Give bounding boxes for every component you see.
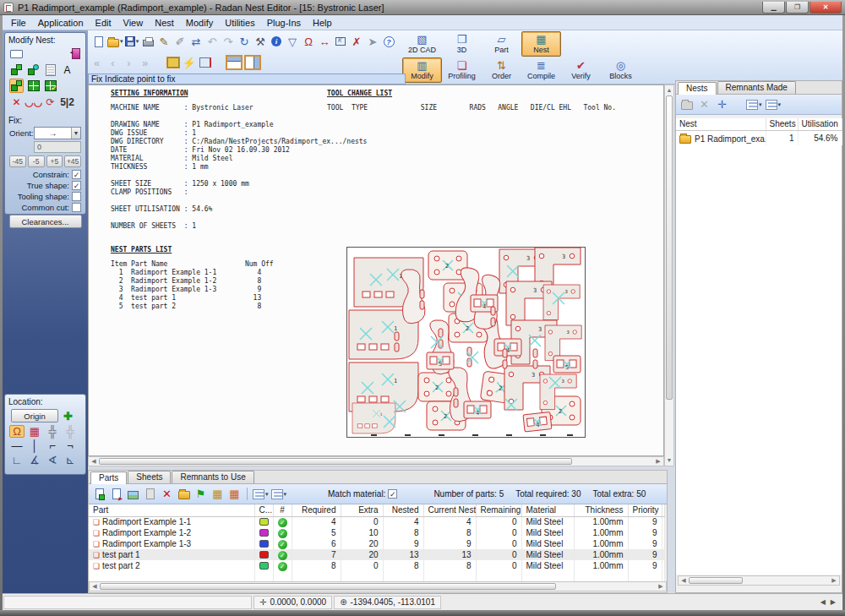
undo-icon[interactable]: ↶	[205, 35, 220, 49]
menu-item-plugins[interactable]: Plug-Ins	[261, 17, 307, 29]
split-vertical-toggle[interactable]	[244, 56, 261, 70]
save-icon[interactable]: ▾	[125, 35, 139, 49]
nests-horizontal-scrollbar[interactable]: ◀ ▶	[678, 575, 840, 586]
delete-part-button[interactable]: ✕	[160, 487, 174, 501]
split-horizontal-toggle[interactable]	[226, 56, 243, 70]
status-scroll-right-icon[interactable]: ▶	[831, 598, 836, 606]
print-icon[interactable]	[141, 35, 155, 49]
rotate-plus-5-button[interactable]: +5	[46, 155, 63, 167]
nest-part[interactable]: 5	[553, 356, 581, 373]
close-button[interactable]: ✕	[810, 2, 842, 14]
mode-verify-button[interactable]: ✔Verify	[561, 57, 601, 83]
swap-order-icon[interactable]: 5|2	[60, 95, 74, 109]
rotate-part-icon[interactable]: ⟳	[43, 95, 57, 109]
first-sheet-icon[interactable]: «	[90, 56, 104, 70]
scrollbar-thumb[interactable]	[100, 583, 556, 590]
nest-part[interactable]: 4	[523, 412, 552, 432]
last-sheet-icon[interactable]: »	[138, 56, 152, 70]
tab-parts[interactable]: Parts	[90, 472, 127, 484]
menu-item-edit[interactable]: Edit	[90, 17, 117, 29]
add-filler-part-icon[interactable]	[26, 63, 41, 77]
delete-nest-icon[interactable]: ✕	[697, 97, 711, 112]
table-row[interactable]: ❏Radimport Example 1-2✓510880Mild Steel1…	[89, 527, 665, 538]
vertical-datum-icon[interactable]: │	[27, 439, 42, 452]
scroll-right-icon[interactable]: ▶	[653, 457, 663, 466]
text-icon[interactable]: A	[60, 63, 74, 77]
tab-nests[interactable]: Nests	[678, 82, 717, 95]
match-material-checkbox[interactable]: ✓	[388, 489, 397, 499]
scrollbar-thumb[interactable]	[666, 95, 673, 400]
query-edit-icon[interactable]: ✐	[173, 35, 188, 49]
status-scroll-left-icon[interactable]: ◀	[820, 598, 826, 606]
grid-icon[interactable]: ▦	[27, 425, 42, 438]
delete-part-icon[interactable]: ✕	[9, 95, 24, 109]
menu-item-application[interactable]: Application	[32, 17, 90, 29]
scroll-left-icon[interactable]: ◀	[90, 582, 100, 591]
info-icon[interactable]	[270, 35, 284, 49]
new-icon[interactable]	[91, 35, 106, 49]
nest-part[interactable]: 4	[494, 339, 521, 356]
numeric-input-icon[interactable]	[334, 35, 348, 49]
tooling-shape-checkbox[interactable]	[72, 192, 81, 201]
rotate-minus-5-button[interactable]: -5	[28, 155, 45, 167]
nest-part[interactable]: 1	[352, 403, 395, 433]
next-sheet-icon[interactable]: ›	[122, 56, 136, 70]
table-row[interactable]: ❏Radimport Example 1-1✓40440Mild Steel1.…	[89, 516, 665, 527]
scrollbar-thumb[interactable]	[689, 577, 743, 584]
help-icon[interactable]	[382, 35, 396, 49]
sheet-bounds-icon[interactable]	[198, 56, 212, 70]
common-edge-icon[interactable]: ◡◡	[26, 95, 41, 109]
table-row[interactable]: ❏test part 1✓72013130Mild Steel1.00mm9	[89, 549, 665, 560]
replace-icon[interactable]: ⇄	[189, 35, 204, 49]
table-row[interactable]: P1 Radimport_exa...154.6%	[676, 130, 842, 145]
scrollbar-thumb[interactable]	[99, 458, 572, 465]
open-nest-icon[interactable]	[679, 97, 694, 112]
scroll-down-icon[interactable]: ▼	[665, 455, 673, 466]
parts-horizontal-scrollbar[interactable]: ◀ ▶	[89, 581, 667, 591]
view-details-button[interactable]: ▾	[271, 487, 287, 501]
nest-part[interactable]: 4	[464, 401, 491, 418]
new-part-button[interactable]	[92, 487, 106, 501]
menu-item-file[interactable]: File	[5, 17, 32, 29]
angle-input[interactable]	[34, 141, 81, 153]
snap-magnet-icon[interactable]: Ω	[302, 35, 316, 49]
open-icon[interactable]: ▾	[107, 35, 123, 49]
tab-remnants-to-use[interactable]: Remnants to Use	[172, 471, 254, 483]
menu-item-modify[interactable]: Modify	[180, 17, 219, 29]
manual-nest-icon[interactable]	[9, 79, 24, 93]
sheet-grid-icon[interactable]	[166, 56, 180, 70]
mode-2d-cad-button[interactable]: ▧2D CAD	[402, 31, 442, 57]
auto-nest-icon[interactable]	[43, 79, 57, 93]
copy-part-button[interactable]	[143, 487, 157, 501]
scroll-right-icon[interactable]: ▶	[656, 582, 666, 591]
angle-measure3-icon[interactable]: ⊾	[63, 454, 78, 466]
constrain-checkbox[interactable]: ✓	[72, 170, 81, 179]
view-icons-button[interactable]: ▾	[746, 97, 762, 112]
tab-remnants-made[interactable]: Remnants Made	[717, 81, 796, 94]
menu-item-utilities[interactable]: Utilities	[219, 17, 260, 29]
menu-item-view[interactable]: View	[117, 17, 150, 29]
image-part-button[interactable]	[126, 487, 140, 501]
close-nest-icon[interactable]	[68, 46, 83, 61]
document-horizontal-scrollbar[interactable]: ◀ ▶	[88, 456, 664, 466]
sketch-pencil-icon[interactable]: ✎	[157, 35, 172, 49]
minimize-button[interactable]: ▁	[762, 2, 785, 14]
fine-grid-icon[interactable]: ╬	[45, 425, 60, 438]
quick-cut-icon[interactable]: ⚡	[182, 56, 196, 70]
scroll-left-icon[interactable]: ◀	[89, 457, 99, 466]
view-icons-button[interactable]: ▾	[253, 487, 269, 501]
mode-modify-button[interactable]: ▥Modify	[402, 57, 442, 83]
mode-nest-button[interactable]: ▦Nest	[521, 31, 561, 57]
angle-datum-icon[interactable]: ∟	[9, 454, 25, 466]
locate-nest-icon[interactable]: ✛	[715, 97, 729, 112]
scroll-right-icon[interactable]: ▶	[829, 576, 839, 585]
dimension-icon[interactable]: ↔	[318, 35, 332, 49]
mode-compile-button[interactable]: ≣Compile	[521, 57, 561, 83]
snap-magnet-icon[interactable]: Ω	[9, 425, 25, 438]
scroll-left-icon[interactable]: ◀	[679, 576, 689, 585]
open-part-button[interactable]	[177, 487, 191, 501]
scroll-up-icon[interactable]: ▲	[665, 85, 673, 95]
orient-dropdown[interactable]: → ▼	[34, 127, 81, 139]
maximize-button[interactable]: ❐	[786, 2, 809, 14]
nest-part[interactable]: 5	[427, 352, 454, 369]
